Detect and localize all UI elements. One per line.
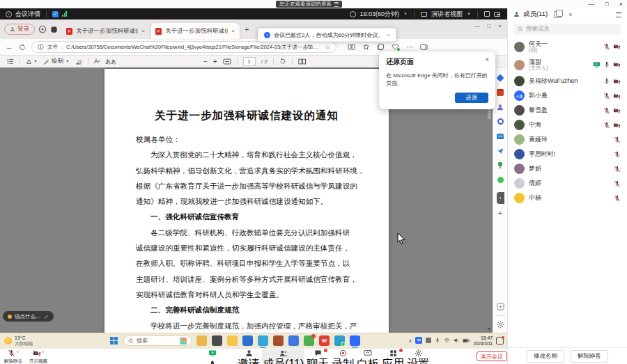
tab-close-icon[interactable]: × xyxy=(141,28,145,34)
zoom-in-icon[interactable]: + xyxy=(213,58,217,65)
rail-drop-icon[interactable] xyxy=(496,146,505,155)
quick-chat-pill[interactable]: 说点什么… xyxy=(3,311,54,322)
edge-maximize-icon[interactable]: □ xyxy=(487,23,490,29)
view-mode-button[interactable]: 演讲者视图 xyxy=(431,10,463,19)
rename-button[interactable]: 修改名称 xyxy=(527,350,564,363)
rail-chat-icon[interactable] xyxy=(496,175,505,184)
draw-button[interactable]: 绘制▼ xyxy=(43,57,70,65)
eraser-icon[interactable] xyxy=(75,58,82,65)
watching-banner[interactable]: 您正在观看蒲甜的屏幕 xyxy=(276,1,342,8)
favorite-star-icon[interactable]: ☆ xyxy=(325,44,330,51)
rail-tree-icon[interactable] xyxy=(496,161,505,170)
member-row[interactable]: 梦妍 xyxy=(508,161,627,176)
zoom-out-icon[interactable]: − xyxy=(203,58,208,65)
member-search-input[interactable]: 搜索成员 xyxy=(513,24,621,35)
meeting-duration[interactable]: 19:03(60分钟) xyxy=(360,10,400,19)
file-info-icon[interactable] xyxy=(38,44,44,50)
hidden-icons-chevron[interactable]: ∧ xyxy=(408,338,412,343)
dialog-close-icon[interactable]: × xyxy=(485,56,489,63)
member-row[interactable]: 黄娅玲 xyxy=(508,132,627,147)
weather-widget[interactable]: 19°C 大部晴朗 xyxy=(0,335,33,346)
taskbar-app-explorer[interactable] xyxy=(227,335,238,346)
taskbar-app-wechat[interactable] xyxy=(304,335,314,346)
chevron-down-icon[interactable]: ▼ xyxy=(467,12,471,16)
taskbar-app-docs[interactable] xyxy=(334,335,345,346)
volume-icon[interactable] xyxy=(454,338,459,343)
scroll-down-arrow[interactable] xyxy=(487,328,491,331)
favorites-bar-icon[interactable] xyxy=(362,43,370,51)
read-aloud-icon[interactable]: Aᵃ xyxy=(94,58,100,65)
member-row[interactable]: 吴福珍WuFuzhen xyxy=(508,74,627,88)
unmute-button[interactable]: 解除静音 xyxy=(571,350,608,363)
minimize-icon[interactable]: — xyxy=(588,1,594,8)
taskbar-app-box[interactable] xyxy=(273,335,284,346)
ime-icon[interactable]: 中 xyxy=(415,337,422,344)
taskbar-app-browser[interactable] xyxy=(242,335,253,346)
taskbar-clock[interactable]: 18:47 2024/3/11 xyxy=(473,335,493,346)
taskbar-app-phone[interactable] xyxy=(212,335,222,346)
chevron-down-icon[interactable]: ▼ xyxy=(403,12,408,16)
rail-toolbox-icon[interactable] xyxy=(496,88,505,97)
member-row[interactable]: 小曼郭小曼 xyxy=(508,88,627,103)
back-icon[interactable]: ← xyxy=(6,43,13,51)
browser-tab-1[interactable]: P 关于进一步加强科研诚信建设的… × xyxy=(61,23,150,39)
fit-width-icon[interactable] xyxy=(223,58,231,65)
rotate-icon[interactable] xyxy=(279,58,286,65)
chevron-up-icon[interactable]: ∧ xyxy=(42,349,45,354)
chevron-up-icon[interactable]: ∧ xyxy=(16,349,19,354)
unmute-control[interactable]: ∧ 解除静音 xyxy=(4,349,22,364)
browser-essentials-icon[interactable] xyxy=(392,43,399,51)
battery-icon[interactable] xyxy=(463,338,470,343)
collections-icon[interactable] xyxy=(377,43,385,51)
highlighter-button[interactable]: ▼ xyxy=(26,58,38,65)
meeting-details-link[interactable]: 会议详情 xyxy=(15,10,40,19)
leave-meeting-button[interactable]: 离开会议 xyxy=(477,351,507,361)
rail-m365-icon[interactable] xyxy=(496,117,505,126)
close-icon[interactable]: × xyxy=(619,1,623,8)
maximize-icon[interactable]: □ xyxy=(605,1,608,8)
start-video-control[interactable]: ∧ 开启视频 xyxy=(29,349,47,364)
banner-menu-icon[interactable] xyxy=(334,2,339,7)
member-row[interactable]: 李思时时! xyxy=(508,147,627,161)
meeting-action-成员(11)[interactable]: 成员(11) xyxy=(262,349,304,364)
tab-close-icon[interactable]: × xyxy=(231,28,235,34)
signin-profile-button[interactable]: 登录 xyxy=(4,24,35,35)
page-number-input[interactable]: 1 xyxy=(243,57,256,66)
member-row[interactable]: 何天一(我) xyxy=(508,38,627,56)
toc-icon[interactable] xyxy=(7,58,14,65)
chevron-up-icon[interactable]: ∧ xyxy=(208,358,217,364)
meeting-action-聊天[interactable]: 聊天 xyxy=(306,349,330,364)
address-bar[interactable]: 文件 | C:/Users/30755/Documents/WeChat%20F… xyxy=(31,41,336,53)
taskbar-app-edge[interactable] xyxy=(258,335,268,346)
edge-close-icon[interactable]: × xyxy=(498,23,502,29)
security-shield-icon[interactable]: ✓ xyxy=(52,11,59,17)
copilot-sidebar-icon[interactable] xyxy=(420,43,428,51)
meeting-action-录制[interactable]: 录制 xyxy=(331,349,355,364)
taskbar-app-wps[interactable]: W xyxy=(319,335,330,346)
taskbar-app-capcut[interactable] xyxy=(196,335,207,346)
tab-actions-icon[interactable] xyxy=(50,26,58,33)
feedback-icon[interactable] xyxy=(497,303,504,310)
notification-icon[interactable] xyxy=(496,337,504,345)
split-screen-icon[interactable] xyxy=(348,43,355,51)
meeting-action-共享屏幕[interactable]: ∧共享屏幕 xyxy=(189,349,235,364)
member-row[interactable]: 中海 xyxy=(508,118,627,132)
popout-panel-icon[interactable] xyxy=(554,11,561,18)
mic-tray-icon[interactable] xyxy=(435,338,440,343)
taskbar-app-loop[interactable] xyxy=(288,335,299,346)
search-highlight-icon[interactable] xyxy=(180,338,187,345)
rail-outlook-icon[interactable] xyxy=(496,132,505,141)
sidebar-add-icon[interactable]: + xyxy=(498,209,502,217)
start-button[interactable] xyxy=(110,337,118,345)
settings-gear-icon[interactable] xyxy=(497,321,504,329)
taskbar-search-input[interactable]: 搜索 xyxy=(123,335,192,346)
browser-tab-2-active[interactable]: P 关于进一步加强科研诚信建设的… × xyxy=(150,23,240,39)
refresh-icon[interactable] xyxy=(19,44,26,51)
fullscreen-icon[interactable] xyxy=(484,11,490,17)
rail-games-icon[interactable] xyxy=(496,102,505,111)
taskbar-app-meeting[interactable] xyxy=(350,335,360,346)
toast-close-icon[interactable]: × xyxy=(387,32,390,38)
pip-icon[interactable] xyxy=(494,12,500,17)
meeting-action-应用[interactable]: 应用 xyxy=(381,349,405,364)
panel-menu-icon[interactable] xyxy=(616,12,621,17)
